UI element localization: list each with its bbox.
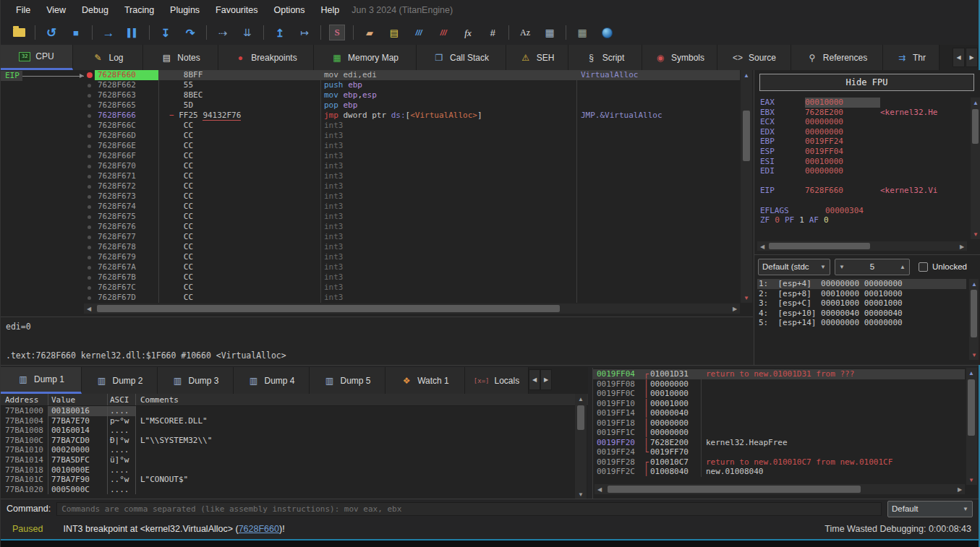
disasm-row[interactable]: 7628F67B CCint3 bbox=[84, 272, 740, 283]
scroll-thumb[interactable] bbox=[743, 111, 750, 161]
tab-dump-1[interactable]: ▥Dump 1 bbox=[1, 367, 82, 394]
argument-row[interactable]: 1: [esp+4] 00000000 00000000 bbox=[757, 279, 966, 289]
disassembly-horizontal-scrollbar[interactable]: ◀ ▶ bbox=[84, 303, 740, 314]
run-icon[interactable]: → bbox=[96, 22, 121, 43]
disasm-row[interactable]: 7628F662 55push ebp bbox=[84, 80, 740, 90]
menu-item-favourites[interactable]: Favourites bbox=[208, 2, 265, 18]
tab-source[interactable]: <>Source bbox=[717, 45, 791, 70]
stack-row[interactable]: 0019FF04┌01001D31return to new.01001D31 … bbox=[593, 369, 965, 379]
string-analysis-icon[interactable]: Az bbox=[513, 22, 537, 43]
tab-notes[interactable]: ▤Notes bbox=[143, 45, 218, 70]
menu-item-file[interactable]: File bbox=[8, 2, 38, 18]
breakpoint-dot-icon[interactable] bbox=[87, 72, 93, 78]
scroll-left-icon[interactable]: ◀ bbox=[595, 484, 605, 494]
spinner-up-icon[interactable]: ▲ bbox=[900, 264, 906, 270]
stack-row[interactable]: 0019FF1C│00000000 bbox=[593, 428, 965, 438]
command-profile-dropdown[interactable]: Default ▼ bbox=[887, 501, 973, 517]
tab-thr[interactable]: ⇉Thr bbox=[883, 45, 939, 70]
tab-dump-2[interactable]: ▥Dump 2 bbox=[82, 367, 158, 394]
menu-item-options[interactable]: Options bbox=[265, 2, 312, 18]
menu-item-help[interactable]: Help bbox=[313, 2, 348, 18]
dump-row[interactable]: 77BA100C77BA7CD0Ð|°wL"\\SYSTEM32\\" bbox=[1, 436, 588, 446]
disasm-row[interactable]: 7628F674 CCint3 bbox=[84, 202, 740, 212]
disassembly-vertical-scrollbar[interactable]: ▲ ▼ bbox=[741, 70, 752, 303]
command-input[interactable] bbox=[56, 502, 882, 516]
menu-item-plugins[interactable]: Plugins bbox=[162, 2, 208, 18]
scroll-thumb[interactable] bbox=[608, 486, 861, 493]
flags-row[interactable]: ZF0PF1AF0 bbox=[760, 215, 965, 225]
register-row[interactable]: EFLAGS00000304 bbox=[760, 206, 965, 216]
scroll-right-icon[interactable]: ▶ bbox=[957, 241, 967, 251]
calling-convention-dropdown[interactable]: Default (stdc ▼ bbox=[758, 259, 830, 275]
menu-item-view[interactable]: View bbox=[38, 2, 74, 18]
highlight-icon[interactable]: /// bbox=[406, 22, 431, 43]
scroll-down-icon[interactable]: ▼ bbox=[971, 229, 980, 239]
disasm-row[interactable]: 7628F671 CCint3 bbox=[84, 171, 740, 181]
scroll-thumb[interactable] bbox=[972, 109, 979, 144]
stack-vertical-scrollbar[interactable]: ▲ ▼ bbox=[966, 368, 977, 485]
disasm-row[interactable]: 7628F672 CCint3 bbox=[84, 181, 740, 191]
disasm-row[interactable]: 7628F679 CCint3 bbox=[84, 252, 740, 262]
argument-count-spinner[interactable]: ▼ 5 ▲ bbox=[835, 259, 910, 275]
register-row[interactable]: ESI00010000 bbox=[760, 157, 965, 167]
argument-row[interactable]: 4: [esp+10] 00000040 00000040 bbox=[757, 309, 966, 319]
patch-icon[interactable]: ▰ bbox=[357, 22, 382, 43]
dump-row[interactable]: 77BA10200005000C.... bbox=[1, 485, 588, 495]
scroll-thumb[interactable] bbox=[577, 405, 584, 430]
trace-coverage-icon[interactable]: /// bbox=[431, 22, 456, 43]
log-string-toggle-icon[interactable]: S bbox=[325, 22, 349, 43]
disasm-row[interactable]: 7628F67D CCint3 bbox=[84, 293, 740, 303]
tab-scroll-left-icon[interactable]: ◀ bbox=[953, 48, 965, 67]
disasm-row[interactable]: 7628F660 8BFFmov edi,ediVirtualAlloc bbox=[84, 70, 740, 80]
disasm-row[interactable]: 7628F665 5Dpop ebp bbox=[84, 100, 740, 111]
stack-row[interactable]: 0019FF24└0019FF70 bbox=[593, 447, 965, 457]
dump-column-header[interactable]: Comments bbox=[136, 394, 588, 405]
scroll-thumb[interactable] bbox=[968, 379, 975, 436]
disasm-row[interactable]: 7628F66C CCint3 bbox=[84, 121, 740, 131]
disasm-row[interactable]: 7628F673 CCint3 bbox=[84, 191, 740, 202]
scroll-down-icon[interactable]: ▼ bbox=[576, 489, 586, 499]
disasm-row[interactable]: 7628F678 CCint3 bbox=[84, 242, 740, 252]
stop-icon[interactable]: ■ bbox=[64, 22, 88, 43]
scroll-up-icon[interactable]: ▲ bbox=[576, 394, 586, 404]
tab-breakpoints[interactable]: ●Breakpoints bbox=[218, 45, 314, 70]
argument-row[interactable]: 5: [esp+14] 00000000 00000000 bbox=[757, 318, 966, 328]
scroll-up-icon[interactable]: ▲ bbox=[966, 368, 976, 378]
comments-icon[interactable]: ▤ bbox=[382, 22, 406, 43]
stack-row[interactable]: 0019FF0C│00010000 bbox=[593, 389, 965, 399]
dump-row[interactable]: 77BA101C77BA7F90..°wL"CONOUT$" bbox=[1, 475, 588, 485]
register-row[interactable]: ESP0019FF04 bbox=[760, 147, 965, 157]
disasm-row[interactable]: 7628F670 CCint3 bbox=[84, 161, 740, 171]
argument-row[interactable]: 3: [esp+C] 00001000 00001000 bbox=[757, 298, 966, 309]
step-over-icon[interactable]: ↷ bbox=[178, 22, 203, 43]
tab-dump-4[interactable]: ▥Dump 4 bbox=[234, 367, 310, 394]
disasm-row[interactable]: 7628F66F CCint3 bbox=[84, 151, 740, 161]
run-to-user-code-icon[interactable]: ↦ bbox=[292, 22, 317, 43]
registers-horizontal-scrollbar[interactable]: ◀ ▶ bbox=[757, 241, 967, 251]
dump-column-header[interactable]: Address bbox=[1, 394, 48, 405]
register-row[interactable]: EDX00000000 bbox=[760, 127, 965, 137]
registers-vertical-scrollbar[interactable]: ▲ ▼ bbox=[971, 98, 980, 239]
scroll-down-icon[interactable]: ▼ bbox=[969, 350, 979, 360]
scroll-right-icon[interactable]: ▶ bbox=[955, 484, 965, 494]
stack-row[interactable]: 0019FF10│00001000 bbox=[593, 399, 965, 409]
run-to-selection-icon[interactable]: ⇢ bbox=[210, 22, 235, 43]
breakpoint-address-link[interactable]: 7628F660 bbox=[239, 524, 279, 534]
scroll-up-icon[interactable]: ▲ bbox=[969, 279, 979, 289]
scroll-right-icon[interactable]: ▶ bbox=[730, 303, 740, 314]
stack-horizontal-scrollbar[interactable]: ◀ ▶ bbox=[595, 484, 965, 494]
scroll-left-icon[interactable]: ◀ bbox=[84, 303, 94, 314]
tab-watch-1[interactable]: ❖Watch 1 bbox=[385, 367, 465, 394]
stack-row[interactable]: 0019FF28┌010010C7return to new.010010C7 … bbox=[593, 457, 965, 468]
dump-row[interactable]: 77BA100800160014.... bbox=[1, 426, 588, 436]
unlocked-checkbox[interactable] bbox=[919, 262, 928, 272]
register-row[interactable]: EBX7628E200<kernel32.He bbox=[760, 108, 965, 118]
scroll-down-icon[interactable]: ▼ bbox=[966, 475, 976, 485]
dump-row[interactable]: 77BA100000180016.... bbox=[1, 406, 588, 416]
stack-row[interactable]: 0019FF14│00000040 bbox=[593, 408, 965, 418]
scroll-left-icon[interactable]: ◀ bbox=[757, 241, 767, 251]
scroll-thumb[interactable] bbox=[971, 290, 977, 337]
open-file-icon[interactable] bbox=[7, 22, 31, 43]
dump-row[interactable]: 77BA101000020000.... bbox=[1, 445, 588, 455]
menu-item-tracing[interactable]: Tracing bbox=[116, 2, 162, 18]
